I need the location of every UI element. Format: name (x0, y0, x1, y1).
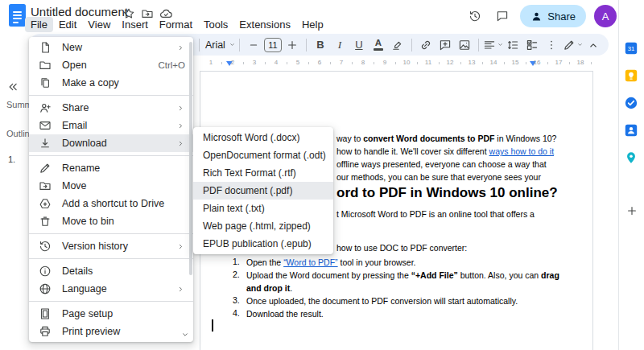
tasks-button[interactable] (624, 95, 640, 111)
file-menu-item-email[interactable]: Email (29, 117, 193, 134)
file-menu-item-details[interactable]: Details (29, 262, 193, 280)
download-option-epub-publication-epub[interactable]: EPUB publication (.epub) (193, 235, 333, 253)
file-menu-item-version-history[interactable]: Version history (29, 237, 193, 255)
doc-text-line: how to handle it. We'll cover six differ… (336, 146, 554, 157)
align-button[interactable] (484, 35, 503, 54)
menubar-item-help[interactable]: Help (296, 17, 329, 32)
maps-button[interactable] (624, 150, 640, 166)
ruler-number: 16 (532, 59, 542, 66)
ruler-tick (460, 62, 461, 64)
download-option-opendocument-format-odt[interactable]: OpenDocument format (.odt) (193, 146, 333, 164)
file-menu-item-page-setup[interactable]: Page setup (29, 305, 193, 323)
file-menu-item-add-a-shortcut-to-drive[interactable]: Add a shortcut to Drive (29, 195, 193, 212)
menubar-item-file[interactable]: File (25, 17, 53, 32)
download-option-web-page-html-zipped[interactable]: Web page (.html, zipped) (193, 217, 333, 235)
menu-item-label: Move to bin (62, 216, 114, 227)
docs-logo[interactable] (9, 4, 26, 27)
list-number: 1. (233, 257, 240, 266)
image-icon (458, 39, 471, 51)
hide-menus-button[interactable] (584, 35, 602, 54)
decrease-font-size-button[interactable] (245, 35, 262, 54)
ruler-number: 8 (358, 59, 368, 66)
menu-divider (29, 258, 193, 259)
submenu-arrow (176, 285, 185, 294)
copy-icon (39, 76, 52, 89)
collapse-outline-button[interactable] (3, 77, 23, 97)
menu-divider (29, 301, 193, 302)
download-option-rich-text-format-rtf[interactable]: Rich Text Format (.rtf) (193, 164, 333, 182)
editing-mode-button[interactable] (564, 35, 583, 54)
ruler-number: 6 (315, 59, 324, 66)
file-menu-items: NewOpenCtrl+OMake a copyShareEmailDownlo… (29, 39, 193, 340)
file-menu-item-move-to-bin[interactable]: Move to bin (29, 212, 193, 230)
chevron-down-icon (576, 41, 584, 48)
contacts-button[interactable] (624, 122, 640, 138)
contacts-icon (624, 123, 638, 138)
file-menu-item-make-a-copy[interactable]: Make a copy (29, 74, 193, 92)
download-icon (39, 137, 52, 150)
file-menu-item-new[interactable]: New (29, 39, 193, 56)
chevron-down-icon (180, 330, 190, 340)
menu-item-label: Language (62, 283, 107, 294)
download-option-plain-text-txt[interactable]: Plain text (.txt) (193, 200, 333, 217)
outline-item[interactable]: 1. (8, 154, 15, 164)
file-menu-item-share[interactable]: Share (29, 99, 193, 117)
calendar-button[interactable]: 31 (624, 40, 640, 56)
ruler-tick (243, 62, 244, 64)
ruler-tick (482, 62, 483, 64)
doc-bold-text: drag (541, 270, 559, 280)
ruler-tick (330, 62, 331, 64)
doc-link[interactable]: “Word to PDF” (283, 257, 337, 267)
share-button[interactable]: Share (520, 5, 586, 27)
get-add-ons-button[interactable] (624, 203, 640, 219)
account-avatar[interactable]: A (594, 5, 617, 27)
ruler-number: 17 (554, 59, 564, 66)
download-option-pdf-document-pdf[interactable]: PDF document (.pdf) (193, 182, 333, 200)
menubar-item-view[interactable]: View (82, 17, 116, 32)
increase-font-size-button[interactable] (283, 35, 301, 54)
file-menu-item-language[interactable]: Language (29, 280, 193, 298)
menu-item-label: Details (62, 266, 93, 277)
chevron-right-icon (176, 139, 185, 148)
keep-button[interactable] (624, 68, 640, 84)
menu-scroll-down-button[interactable] (180, 329, 191, 340)
menubar-item-extensions[interactable]: Extensions (233, 17, 296, 32)
maps-icon (624, 150, 638, 165)
insert-image-button[interactable] (456, 35, 473, 54)
highlight-color-button[interactable] (389, 35, 407, 54)
insert-link-button[interactable] (417, 35, 435, 54)
italic-button[interactable]: I (331, 35, 349, 54)
download-option-microsoft-word-docx[interactable]: Microsoft Word (.docx) (193, 129, 333, 146)
doc-text-line: Download the result. (246, 308, 324, 319)
file-menu-item-open[interactable]: OpenCtrl+O (29, 56, 193, 74)
more-options-button[interactable] (543, 35, 560, 54)
ruler-number: 5 (293, 59, 303, 66)
list-number: 2. (233, 270, 240, 279)
menu-scrollbar[interactable] (189, 42, 192, 275)
file-menu-item-move[interactable]: Move (29, 177, 193, 195)
menubar-item-edit[interactable]: Edit (53, 17, 82, 32)
bold-button[interactable]: B (312, 35, 329, 54)
toolbar-divider (239, 39, 240, 51)
file-menu-item-print-preview[interactable]: Print preview (29, 323, 193, 340)
file-menu-item-download[interactable]: Download (29, 134, 193, 152)
new-document-icon (39, 41, 52, 54)
line-spacing-button[interactable] (504, 35, 522, 54)
doc-link[interactable]: ways how to do it (489, 146, 555, 156)
menubar-item-format[interactable]: Format (154, 17, 198, 32)
text-color-button[interactable]: A (369, 35, 387, 54)
menubar-item-insert[interactable]: Insert (116, 17, 154, 32)
version-history-button[interactable] (465, 6, 485, 26)
add-comment-button[interactable] (436, 35, 454, 54)
font-family-selector[interactable]: Arial (204, 35, 234, 54)
checklist-button[interactable] (523, 35, 541, 54)
menubar-item-tools[interactable]: Tools (198, 17, 233, 32)
file-menu-item-rename[interactable]: Rename (29, 159, 193, 177)
doc-text-line: Once uploaded, the document to PDF conve… (246, 295, 518, 307)
ruler-tick (591, 62, 592, 64)
top-right-actions: Share A (465, 5, 617, 27)
open-comments-button[interactable] (493, 6, 512, 26)
ruler-tick (417, 62, 418, 64)
font-size-input[interactable]: 11 (264, 38, 282, 52)
underline-button[interactable]: U (350, 35, 368, 54)
